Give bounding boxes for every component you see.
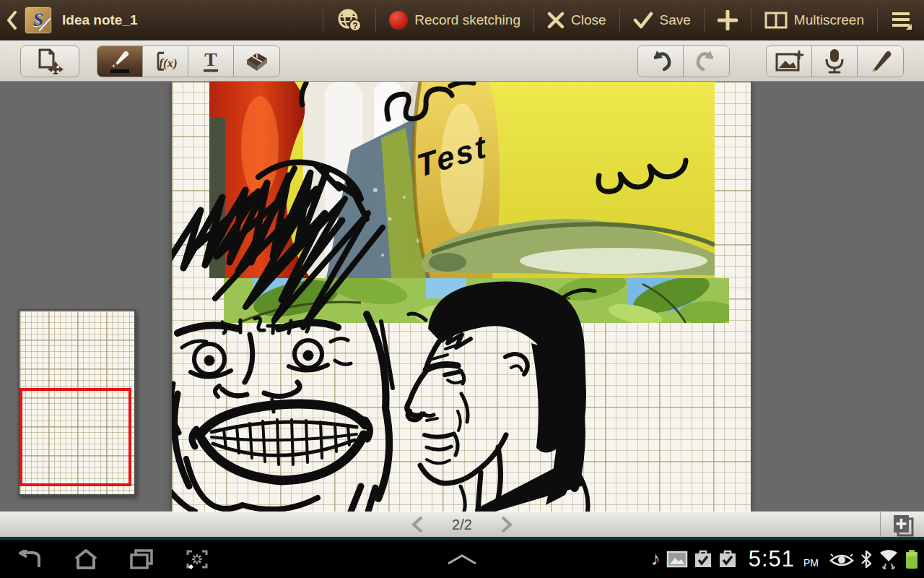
multiscreen-icon — [764, 12, 788, 29]
check-badge-icon — [718, 550, 737, 569]
status-tray: ♪ 5:51 PM — [651, 540, 924, 578]
redo-button[interactable] — [684, 46, 729, 77]
note-page-canvas[interactable]: Test — [172, 82, 751, 512]
separator — [533, 9, 534, 32]
brush-icon — [106, 48, 134, 74]
add-page-topbar-button[interactable] — [712, 0, 744, 40]
top-action-bar: S Idea note_1 ? Record sketching — [0, 0, 924, 40]
svg-text:T: T — [204, 49, 217, 70]
page-move-icon — [34, 48, 66, 74]
add-image-button[interactable] — [767, 46, 812, 77]
canvas-workspace: Test — [0, 82, 924, 512]
save-check-icon — [633, 12, 653, 29]
insert-group — [766, 46, 904, 77]
ink-face1-outline — [172, 314, 393, 512]
more-menu-button[interactable] — [885, 0, 924, 40]
next-page-chevron[interactable] — [497, 515, 515, 534]
help-button[interactable]: ? — [331, 0, 368, 40]
svg-text:?: ? — [352, 21, 357, 31]
gallery-icon — [666, 551, 688, 568]
drawing-toolbar: f(x) T — [0, 40, 924, 82]
page-thumbnail[interactable] — [18, 309, 136, 496]
snote-app-icon: S — [25, 7, 52, 34]
separator — [704, 9, 705, 32]
multiscreen-label: Multiscreen — [794, 12, 864, 28]
multiscreen-button[interactable]: Multiscreen — [759, 0, 870, 40]
note-title: Idea note_1 — [62, 12, 138, 28]
ink-face1-grin — [192, 404, 370, 480]
clock: 5:51 — [749, 546, 795, 572]
page-indicator: 2/2 — [452, 517, 472, 533]
previous-page-chevron[interactable] — [409, 515, 427, 534]
voice-record-icon — [823, 48, 846, 75]
pen-settings-button[interactable] — [858, 46, 903, 77]
plus-icon — [718, 10, 738, 30]
text-icon: T — [199, 48, 223, 74]
brush-tool-button[interactable] — [97, 46, 143, 77]
bluetooth-icon — [860, 550, 872, 569]
photo-collage — [209, 82, 729, 323]
separator — [619, 9, 620, 32]
globe-help-icon: ? — [336, 8, 362, 33]
eraser-icon — [243, 48, 271, 74]
close-x-icon — [547, 12, 565, 29]
text-tool-button[interactable]: T — [188, 46, 234, 77]
menu-icon — [891, 11, 912, 30]
redo-icon — [693, 48, 720, 74]
pen-settings-icon — [867, 48, 894, 74]
separator — [323, 9, 323, 32]
chevron-up-icon[interactable] — [446, 553, 478, 565]
snote-app-screen: S Idea note_1 ? Record sketching — [0, 0, 924, 578]
glass-bottles-photo — [209, 82, 715, 278]
save-label: Save — [660, 12, 691, 28]
record-sketching-button[interactable]: Record sketching — [383, 0, 526, 40]
close-label: Close — [571, 12, 606, 28]
topbar-left: S Idea note_1 — [0, 7, 315, 34]
viewport-selection-rect[interactable] — [19, 388, 131, 486]
wifi-icon — [878, 549, 899, 569]
back-chevron-icon[interactable] — [6, 11, 17, 30]
history-group — [637, 46, 730, 77]
voice-record-button[interactable] — [812, 46, 858, 77]
tool-mode-group: f(x) T — [97, 46, 280, 77]
clock-meridiem: PM — [803, 557, 819, 569]
ink-face1-eyes — [172, 322, 351, 433]
record-sketching-label: Record sketching — [414, 12, 520, 28]
formula-icon: f(x) — [151, 48, 180, 74]
add-page-icon[interactable] — [891, 514, 915, 537]
separator — [375, 9, 376, 32]
music-note-icon: ♪ — [651, 549, 661, 568]
android-navigation-bar: ♪ 5:51 PM — [0, 540, 924, 578]
svg-text:f(x): f(x) — [159, 56, 177, 70]
add-page-area — [880, 512, 924, 538]
check-badge-icon — [694, 550, 712, 569]
add-image-icon — [774, 48, 804, 74]
eraser-tool-button[interactable] — [234, 46, 279, 77]
separator — [877, 9, 878, 32]
insert-object-button[interactable] — [20, 46, 79, 77]
formula-tool-button[interactable]: f(x) — [143, 46, 188, 77]
ink-face1-nose — [215, 335, 300, 412]
smart-stay-eye-icon — [829, 551, 855, 568]
undo-button[interactable] — [638, 46, 684, 77]
battery-icon — [905, 549, 918, 569]
save-button[interactable]: Save — [627, 0, 697, 40]
record-dot-icon — [389, 11, 408, 30]
page-navigation-bar: 2/2 — [0, 512, 924, 540]
separator — [880, 512, 881, 538]
undo-icon — [647, 48, 674, 74]
topbar-actions: ? Record sketching Close Save — [315, 0, 924, 40]
separator — [751, 9, 751, 32]
close-button[interactable]: Close — [541, 0, 612, 40]
